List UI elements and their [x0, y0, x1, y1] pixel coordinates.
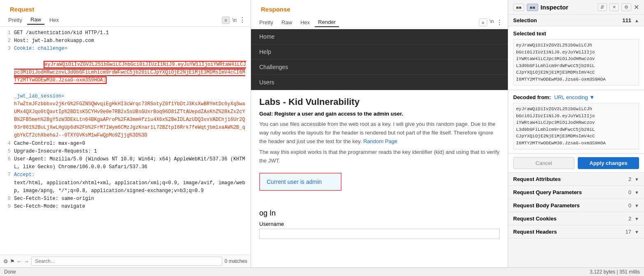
cancel-apply-row: Cancel Apply changes [508, 154, 644, 173]
inspector-section-body-params[interactable]: Request Body Parameters 0 ▼ [508, 199, 644, 212]
tab-response-hex[interactable]: Hex [297, 18, 313, 27]
inspector-settings-icon[interactable]: ⚙ [621, 3, 631, 11]
decoded-section: Decoded from: URL encoding ▼ eyJraWQiOiI… [508, 90, 644, 154]
section-count-body-params: 0 [628, 202, 631, 209]
apply-button[interactable]: Apply changes [578, 157, 639, 169]
line-8: 8 Sec-Fetch-Site: same-origin [3, 195, 247, 203]
response-panel: Response Pretty Raw Hex Render ≡ \n ⋮ Ho… [251, 0, 508, 267]
decoded-from-value: URL encoding [554, 94, 588, 100]
line-3: 3 Cookie: challenge= [3, 45, 247, 53]
request-content: 1 GET /authentication/kid HTTP/1.1 2 Hos… [0, 27, 251, 255]
nav-help[interactable]: Help [251, 44, 508, 60]
inspector-layout2-icon[interactable]: ■■ [527, 4, 538, 11]
section-count-headers: 17 [625, 229, 631, 235]
bookmark-icon[interactable]: ⚑ [10, 258, 15, 264]
status-left: Done [4, 269, 16, 275]
line-3-token: eyJraWQiOiIvZGV2L251bGwiLCJhbGci0iJIUzI1… [3, 53, 247, 93]
line-6: 6 User-Agent: Mozilla/5.0 (Windows NT 10… [3, 155, 247, 171]
section-label-headers: Request Headers [513, 229, 625, 235]
tab-response-raw[interactable]: Raw [278, 18, 295, 27]
username-input[interactable] [259, 229, 500, 239]
line-4: 4 Cache-Control: max-age=0 [3, 140, 247, 148]
inspector-selection-row[interactable]: Selection 111 ▲ [508, 15, 644, 26]
page-goal: Goal: Register a user and gain access to… [259, 111, 500, 117]
selection-chevron-icon: ▲ [635, 18, 639, 23]
settings-icon[interactable]: ⚙ [3, 258, 8, 264]
nav-home[interactable]: Home [251, 29, 508, 44]
section-count-query-params: 0 [628, 189, 631, 195]
response-menu-icon[interactable]: ⋮ [496, 19, 503, 26]
response-newline-icon: \n [490, 19, 494, 26]
inspector-title: Inspector [541, 4, 595, 11]
chevron-query-params-icon: ▼ [635, 190, 639, 195]
admin-status-text: Current user is admin [267, 179, 322, 185]
inspector-section-query-params[interactable]: Request Query Parameters 0 ▼ [508, 186, 644, 199]
line-2: 2 Host: jwt-lab.herokuapp.com [3, 37, 247, 45]
login-title: og In [259, 209, 500, 218]
inspector-section-request-attributes[interactable]: Request Attributes 2 ▼ [508, 173, 644, 186]
search-icons: ⚙ ⚑ ← → [3, 258, 29, 264]
back-icon[interactable]: ← [16, 258, 22, 264]
inspector-layout1-icon[interactable]: ■■ [513, 4, 524, 11]
inspector-collapse-icon[interactable]: ⨯ [609, 3, 619, 11]
chevron-headers-icon: ▼ [635, 230, 639, 234]
page-content: Labs - Kid Vulnerability Goal: Register … [251, 90, 508, 202]
section-label-body-params: Request Body Parameters [513, 202, 628, 209]
nav-challenges[interactable]: Challenges [251, 60, 508, 75]
page-text2: The way this exploit works is that the p… [259, 148, 500, 165]
response-tab-icons: ≡ \n ⋮ [479, 19, 503, 26]
request-tab-icons: ≡ \n ⋮ [222, 16, 246, 24]
inspector-section-cookies[interactable]: Request Cookies 2 ▼ [508, 212, 644, 225]
selected-text-content: eyJraWQiOiIvZGV2L251bGwiLCJhbGci0iJIUzI1… [513, 39, 639, 86]
chevron-request-attributes-icon: ▼ [635, 177, 639, 182]
word-wrap-icon[interactable]: ≡ [222, 16, 230, 24]
forward-icon[interactable]: → [23, 258, 29, 264]
menu-icon[interactable]: ⋮ [239, 16, 246, 24]
jwt-token-highlighted[interactable]: eyJraWQiOiIvZGV2L251bGwiLCJhbGci0iJIUzI1… [14, 61, 246, 84]
tab-pretty[interactable]: Pretty [5, 16, 26, 24]
tab-response-pretty[interactable]: Pretty [256, 18, 277, 27]
search-bar: ⚙ ⚑ ← → 0 matches [0, 255, 251, 267]
line-7a: text/html, application/xhtml+xml, applic… [3, 179, 247, 195]
selected-text-title: Selected text [513, 30, 639, 37]
request-panel: Request Pretty Raw Hex ≡ \n ⋮ 1 GET /aut… [0, 0, 251, 267]
line-5: 5 Upgrade-Insecure-Requests: 1 [3, 148, 247, 155]
tab-hex[interactable]: Hex [46, 16, 62, 24]
cancel-button[interactable]: Cancel [513, 157, 574, 169]
response-word-wrap-icon[interactable]: ≡ [479, 19, 487, 26]
random-page-link[interactable]: Random Page [363, 138, 398, 144]
inspector-close-button[interactable]: ✕ [634, 3, 639, 11]
decoded-label: Decoded from: [513, 94, 551, 100]
page-title: Labs - Kid Vulnerability [259, 97, 500, 107]
selection-count: 111 [622, 17, 631, 23]
inspector-panel: ■■ ■■ Inspector ⇵ ⨯ ⚙ ✕ Selection 111 ▲ … [508, 0, 644, 267]
line-1: 1 GET /authentication/kid HTTP/1.1 [3, 29, 247, 37]
search-input[interactable] [31, 257, 222, 266]
line-7: 7 Accept: [3, 171, 247, 179]
section-label-request-attributes: Request Attributes [513, 176, 628, 182]
nav-users[interactable]: Users [251, 75, 508, 90]
decoded-header: Decoded from: URL encoding ▼ [513, 94, 639, 100]
tab-response-render[interactable]: Render [315, 18, 339, 27]
decoded-from-dropdown[interactable]: URL encoding ▼ [554, 94, 595, 100]
admin-status-box: Current user is admin [259, 173, 342, 191]
section-label-query-params: Request Query Parameters [513, 189, 628, 195]
selection-label: Selection [513, 17, 622, 23]
decoded-content: eyJraWQiOiIvZGV2L251bGwiLCJhbGci0iJIUzI1… [513, 103, 639, 149]
newline-icon: \n [232, 17, 237, 23]
response-nav: Home Help Challenges Users [251, 29, 508, 90]
inspector-section-headers[interactable]: Request Headers 17 ▼ [508, 225, 644, 239]
tab-raw[interactable]: Raw [27, 15, 44, 25]
chevron-cookies-icon: ▼ [635, 216, 639, 221]
request-title: Request [5, 2, 39, 14]
line-3b: _jwt_lab_session= [3, 93, 247, 100]
inspector-header: ■■ ■■ Inspector ⇵ ⨯ ⚙ ✕ [508, 0, 644, 15]
status-text: Done [4, 269, 16, 275]
response-tabs: Pretty Raw Hex Render ≡ \n ⋮ [251, 18, 508, 29]
line-3c: h7wZtmJFzbbbxv2jKrG%2FGZNSQWvqiEgHkHI3cW… [3, 100, 247, 140]
inspector-sort-icon[interactable]: ⇵ [598, 3, 607, 11]
section-count-request-attributes: 2 [628, 176, 631, 182]
chevron-body-params-icon: ▼ [635, 203, 639, 208]
status-bar: Done 3,122 bytes | 351 millis [0, 267, 644, 276]
response-title: Response [256, 2, 295, 14]
